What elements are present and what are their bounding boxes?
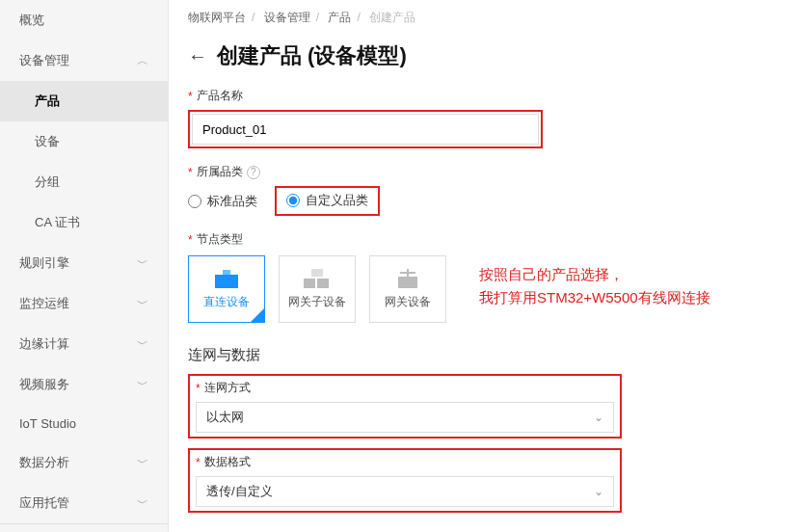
back-arrow-icon[interactable]: ← [188,45,207,67]
radio-standard-category[interactable]: 标准品类 [188,193,257,210]
chevron-down-icon: ﹀ [137,455,148,471]
sidebar-item-video[interactable]: 视频服务﹀ [0,364,168,405]
node-card-gateway[interactable]: 网关设备 [369,255,446,323]
annotation-box: *数据格式 透传/自定义 ⌄ [188,448,622,513]
chevron-down-icon: ﹀ [137,336,148,353]
annotation-box: 自定义品类 [275,186,380,216]
data-format-select[interactable]: 透传/自定义 ⌄ [196,476,614,507]
page-title: 创建产品 (设备模型) [217,41,407,70]
sidebar: 概览 设备管理︿ 产品 设备 分组 CA 证书 规则引擎﹀ 监控运维﹀ 边缘计算… [0,0,169,532]
breadcrumb-item[interactable]: 设备管理 [264,11,310,24]
gateway-icon [394,269,421,290]
chevron-down-icon: ﹀ [137,255,148,272]
svg-rect-4 [311,269,323,277]
sidebar-item-group[interactable]: 分组 [0,162,168,202]
sidebar-item-instance[interactable]: 实例管理 [0,523,168,532]
label-data-format: *数据格式 [196,454,614,470]
chevron-down-icon: ﹀ [137,495,148,512]
chevron-down-icon: ⌄ [594,485,603,498]
sidebar-item-monitor[interactable]: 监控运维﹀ [0,283,168,324]
sub-device-icon [304,269,331,290]
sidebar-item-overview[interactable]: 概览 [0,0,168,40]
sidebar-item-rule-engine[interactable]: 规则引擎﹀ [0,243,168,283]
sidebar-item-iot-studio[interactable]: IoT Studio [0,405,168,442]
product-name-input[interactable] [192,114,539,145]
chevron-up-icon: ︿ [137,53,148,69]
chevron-down-icon: ﹀ [137,377,148,393]
node-card-subdevice[interactable]: 网关子设备 [279,255,356,323]
annotation-box: *连网方式 以太网 ⌄ [188,374,622,439]
page-title-row: ← 创建产品 (设备模型) [188,41,784,70]
label-product-name: *产品名称 [188,88,784,104]
svg-rect-0 [215,275,238,288]
device-icon [213,269,240,290]
node-type-cards: 直连设备 网关子设备 网关设备 按照自己的产品选择， 我打算用STM32+W55… [188,255,784,323]
svg-rect-1 [223,270,230,275]
label-node-type: *节点类型 [188,231,784,248]
svg-rect-5 [398,277,417,288]
breadcrumb-item[interactable]: 物联网平台 [188,11,246,24]
svg-rect-3 [317,279,329,288]
sidebar-item-device[interactable]: 设备 [0,121,168,162]
category-radio-group: 标准品类 自定义品类 [188,186,784,216]
node-card-direct[interactable]: 直连设备 [188,255,265,323]
section-network: 连网与数据 [188,346,784,364]
sidebar-item-ca-cert[interactable]: CA 证书 [0,202,168,243]
sidebar-item-product[interactable]: 产品 [0,81,168,121]
sidebar-item-app-hosting[interactable]: 应用托管﹀ [0,483,168,523]
sidebar-item-edge[interactable]: 边缘计算﹀ [0,324,168,364]
svg-rect-2 [304,279,315,288]
main-content: 物联网平台/ 设备管理/ 产品/ 创建产品 ← 创建产品 (设备模型) *产品名… [169,0,803,532]
chevron-down-icon: ﹀ [137,296,148,312]
annotation-text: 按照自己的产品选择， 我打算用STM32+W5500有线网连接 [479,263,710,309]
sidebar-item-device-mgmt[interactable]: 设备管理︿ [0,40,168,81]
label-network-method: *连网方式 [196,380,614,396]
radio-custom-category[interactable]: 自定义品类 [286,192,368,209]
breadcrumb: 物联网平台/ 设备管理/ 产品/ 创建产品 [188,0,784,36]
chevron-down-icon: ⌄ [594,411,603,424]
label-category: *所属品类 ? [188,164,784,180]
help-icon[interactable]: ? [247,166,260,179]
network-method-select[interactable]: 以太网 ⌄ [196,402,614,433]
breadcrumb-item: 创建产品 [369,11,415,24]
breadcrumb-item[interactable]: 产品 [328,11,351,24]
sidebar-item-data-analysis[interactable]: 数据分析﹀ [0,442,168,483]
annotation-box [188,110,543,148]
